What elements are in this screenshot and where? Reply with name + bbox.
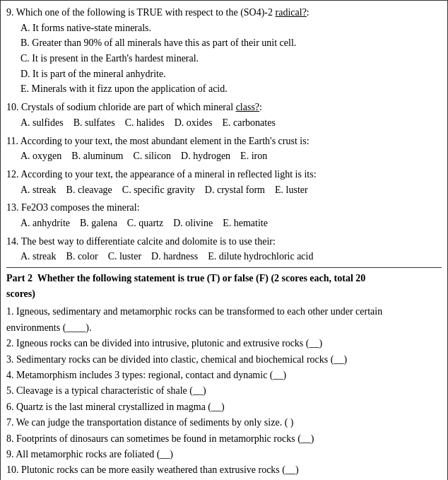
- question-12: 12. According to your text, the appearan…: [6, 167, 442, 197]
- tf-item-4: 4. Metamorphism includes 3 types: region…: [6, 368, 442, 383]
- tf-item-1b: environments (____).: [6, 320, 442, 336]
- tf-item-8: 8. Footprints of dinosaurs can sometimes…: [6, 431, 442, 447]
- q9-optA: A. It forms native-state minerals.: [6, 21, 442, 36]
- q13-text: 13. Fe2O3 composes the mineral:: [6, 200, 442, 216]
- tf-item-9: 9. All metamorphic rocks are foliated (_…: [6, 447, 442, 462]
- tf-item-1: 1. Igneous, sedimentary and metamorphic …: [6, 304, 442, 320]
- q9-optC: C. It is present in the Earth's hardest …: [6, 51, 442, 66]
- q10-options: A. sulfides B. sulfates C. halides D. ox…: [6, 115, 442, 131]
- part2-items: 1. Igneous, sedimentary and metamorphic …: [6, 304, 442, 478]
- q9-optB: B. Greater than 90% of all minerals have…: [6, 35, 442, 51]
- q9-optE: E. Minerals with it fizz upon the applic…: [6, 81, 442, 97]
- q14-text: 14. The best way to differentiate calcit…: [6, 234, 442, 250]
- question-11: 11. According to your text, the most abu…: [6, 134, 442, 164]
- main-container: 9. Which one of the following is TRUE wi…: [0, 0, 448, 480]
- q9-underline: radical?: [276, 7, 307, 18]
- tf-item-5: 5. Cleavage is a typical characteristic …: [6, 383, 442, 399]
- tf-item-6: 6. Quartz is the last mineral crystalliz…: [6, 399, 442, 415]
- q11-options: A. oxygen B. aluminum C. silicon D. hydr…: [6, 148, 442, 164]
- part2-header: Part 2 Whether the following statement i…: [6, 267, 442, 301]
- tf-item-2: 2. Igneous rocks can be divided into int…: [6, 336, 442, 351]
- tf-item-3: 3. Sedimentary rocks can be divided into…: [6, 352, 442, 368]
- tf-item-10: 10. Plutonic rocks can be more easily we…: [6, 462, 442, 478]
- question-9: 9. Which one of the following is TRUE wi…: [6, 5, 442, 97]
- question-13: 13. Fe2O3 composes the mineral: A. anhyd…: [6, 200, 442, 230]
- tf-item-7: 7. We can judge the transportation dista…: [6, 415, 442, 431]
- q9-text: 9. Which one of the following is TRUE wi…: [6, 5, 442, 21]
- q13-options: A. anhydrite B. galena C. quartz D. oliv…: [6, 216, 442, 231]
- q10-underline: class?: [236, 102, 259, 112]
- q14-options: A. streak B. color C. luster D. hardness…: [6, 249, 442, 264]
- q10-text: 10. Crystals of sodium chloride are part…: [6, 100, 442, 115]
- part2-header-scores: scores): [6, 288, 35, 299]
- q9-number: 9.: [6, 7, 16, 18]
- q12-text: 12. According to your text, the appearan…: [6, 167, 442, 182]
- question-10: 10. Crystals of sodium chloride are part…: [6, 100, 442, 130]
- question-14: 14. The best way to differentiate calcit…: [6, 234, 442, 264]
- q12-options: A. streak B. cleavage C. specific gravit…: [6, 182, 442, 198]
- part2-header-text: Part 2 Whether the following statement i…: [6, 273, 365, 283]
- q11-text: 11. According to your text, the most abu…: [6, 134, 442, 149]
- q9-optD: D. It is part of the mineral anhydrite.: [6, 66, 442, 82]
